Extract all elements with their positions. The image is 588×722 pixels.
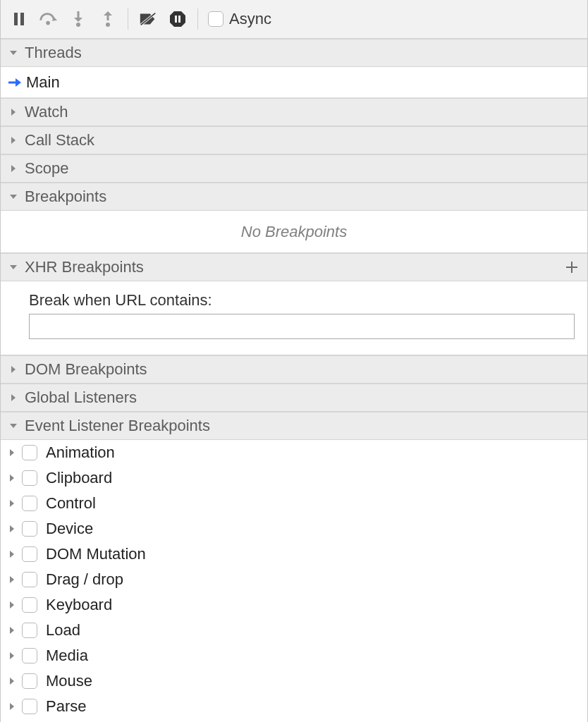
panel-header-breakpoints[interactable]: Breakpoints (1, 183, 587, 211)
event-category-label: Keyboard (46, 596, 112, 614)
event-category-label: Device (46, 520, 93, 538)
event-category-label: Mouse (46, 672, 92, 690)
toolbar-separator (128, 8, 128, 30)
deactivate-breakpoints-icon[interactable] (138, 9, 158, 29)
event-category-checkbox[interactable] (22, 673, 37, 689)
svg-point-2 (46, 21, 50, 25)
panel-header-dom[interactable]: DOM Breakpoints (1, 355, 587, 384)
chevron-down-icon (9, 422, 19, 430)
panel-header-global[interactable]: Global Listeners (1, 384, 587, 412)
event-category-checkbox[interactable] (22, 445, 37, 460)
pause-on-exceptions-icon[interactable] (168, 9, 188, 29)
chevron-right-icon (9, 108, 19, 116)
panel-title: Threads (25, 44, 82, 62)
chevron-right-icon (8, 677, 18, 685)
panel-title: XHR Breakpoints (25, 258, 144, 276)
event-category-checkbox[interactable] (22, 572, 37, 587)
event-category-label: DOM Mutation (46, 545, 146, 563)
chevron-right-icon (8, 702, 18, 711)
chevron-right-icon (9, 393, 19, 402)
chevron-right-icon (9, 136, 19, 145)
event-category-checkbox[interactable] (22, 699, 37, 714)
event-category-label: Load (46, 621, 80, 640)
panel-title: Watch (25, 103, 68, 121)
chevron-right-icon (8, 626, 18, 635)
panel-title: Call Stack (25, 131, 94, 149)
panel-header-threads[interactable]: Threads (1, 39, 587, 67)
thread-item-main[interactable]: Main (1, 67, 587, 98)
svg-rect-11 (178, 16, 180, 23)
panel-title: Event Listener Breakpoints (25, 417, 210, 435)
panel-title: Breakpoints (25, 188, 106, 206)
panel-header-events[interactable]: Event Listener Breakpoints (1, 412, 587, 440)
event-category-item[interactable]: Load (1, 618, 587, 643)
svg-point-6 (106, 23, 110, 27)
svg-point-4 (76, 23, 80, 27)
event-category-item[interactable]: DOM Mutation (1, 542, 587, 567)
event-category-item[interactable]: Parse (1, 694, 587, 719)
current-thread-arrow-icon (8, 77, 22, 88)
svg-marker-9 (170, 11, 185, 27)
chevron-down-icon (9, 49, 19, 57)
debugger-toolbar: Async (1, 0, 587, 39)
chevron-right-icon (8, 448, 18, 457)
async-label: Async (229, 10, 271, 28)
event-category-item[interactable]: Mouse (1, 668, 587, 694)
event-category-item[interactable]: Device (1, 516, 587, 542)
add-xhr-breakpoint-icon[interactable] (565, 260, 579, 274)
event-category-checkbox[interactable] (22, 470, 37, 486)
event-category-item[interactable]: Drag / drop (1, 567, 587, 592)
step-over-icon[interactable] (39, 9, 59, 29)
xhr-input-label: Break when URL contains: (29, 291, 575, 310)
panel-header-xhr[interactable]: XHR Breakpoints (1, 253, 587, 281)
event-category-label: Clipboard (46, 469, 112, 487)
chevron-right-icon (8, 601, 18, 609)
chevron-right-icon (8, 550, 18, 558)
event-category-item[interactable]: Media (1, 643, 587, 668)
chevron-right-icon (9, 164, 19, 173)
chevron-right-icon (8, 499, 18, 508)
panel-header-scope[interactable]: Scope (1, 154, 587, 183)
event-category-item[interactable]: Control (1, 491, 587, 516)
event-category-label: Parse (46, 697, 86, 716)
chevron-right-icon (8, 474, 18, 482)
event-category-checkbox[interactable] (22, 521, 37, 537)
events-body: AnimationClipboardControlDeviceDOM Mutat… (1, 440, 587, 722)
event-category-item[interactable]: Clipboard (1, 465, 587, 491)
async-checkbox[interactable] (208, 11, 223, 27)
no-breakpoints-message: No Breakpoints (1, 211, 587, 253)
event-category-item[interactable]: Animation (1, 440, 587, 465)
event-category-checkbox[interactable] (22, 623, 37, 638)
xhr-url-input[interactable] (29, 314, 575, 339)
svg-rect-1 (20, 13, 24, 25)
toolbar-separator (197, 8, 198, 30)
event-category-checkbox[interactable] (22, 597, 37, 613)
chevron-right-icon (8, 575, 18, 584)
event-category-checkbox[interactable] (22, 648, 37, 663)
async-toggle[interactable]: Async (208, 10, 271, 28)
event-category-label: Control (46, 494, 96, 513)
event-category-label: Drag / drop (46, 570, 123, 589)
event-category-item[interactable]: Pointer (1, 719, 587, 722)
thread-label: Main (26, 73, 60, 92)
panel-title: Global Listeners (25, 388, 137, 407)
event-category-label: Media (46, 647, 88, 665)
threads-body: Main (1, 67, 587, 98)
panel-title: Scope (25, 159, 68, 178)
chevron-right-icon (8, 525, 18, 533)
step-into-icon[interactable] (68, 9, 88, 29)
panel-header-watch[interactable]: Watch (1, 98, 587, 126)
svg-rect-0 (14, 13, 18, 25)
xhr-body: Break when URL contains: (1, 281, 587, 355)
event-category-checkbox[interactable] (22, 546, 37, 562)
chevron-down-icon (9, 263, 19, 271)
event-category-item[interactable]: Keyboard (1, 592, 587, 618)
step-out-icon[interactable] (98, 9, 118, 29)
pause-icon[interactable] (9, 9, 29, 29)
event-category-checkbox[interactable] (22, 496, 37, 511)
svg-rect-10 (175, 16, 177, 23)
breakpoints-body: No Breakpoints (1, 211, 587, 253)
event-category-label: Animation (46, 443, 115, 462)
chevron-down-icon (9, 192, 19, 201)
panel-header-callstack[interactable]: Call Stack (1, 126, 587, 154)
